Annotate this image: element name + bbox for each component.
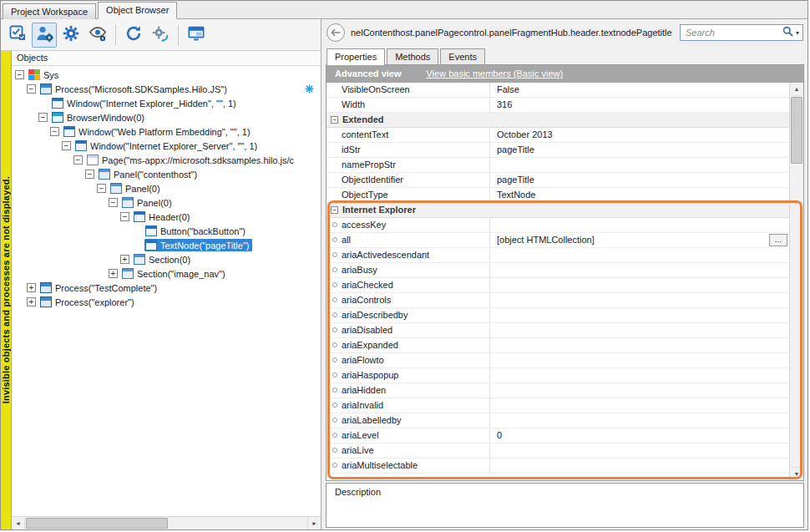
property-row[interactable]: ariaMultiselectable: [327, 459, 789, 474]
property-row[interactable]: ariaFlowto: [327, 353, 789, 368]
auto-refresh-button[interactable]: [148, 23, 173, 48]
property-row[interactable]: ariaExpanded: [327, 338, 789, 353]
back-button[interactable]: [327, 23, 345, 42]
property-row[interactable]: ariaLabelledby: [327, 413, 789, 428]
property-bullet-icon: [332, 433, 337, 438]
panel-icon: [122, 197, 134, 208]
scroll-right-arrow-icon[interactable]: ►: [307, 517, 321, 529]
toolbar: [1, 19, 321, 51]
vertical-scrollbar-thumb[interactable]: [791, 97, 802, 164]
property-row[interactable]: ariaHaspopup: [327, 368, 789, 383]
tree-item[interactable]: + Process("explorer"): [12, 295, 321, 309]
window-layout-button[interactable]: [184, 23, 209, 48]
tree-item[interactable]: + Process("TestComplete"): [12, 281, 321, 295]
tab-object-browser[interactable]: Object Browser: [98, 2, 177, 19]
tab-methods[interactable]: Methods: [387, 48, 438, 64]
left-pane: Invisible objects and processes are not …: [1, 19, 321, 529]
tree-item[interactable]: − Panel("contenthost"): [12, 167, 321, 181]
basic-view-link[interactable]: View basic members (Basic view): [426, 68, 563, 79]
settings-button[interactable]: [58, 23, 84, 48]
property-row[interactable]: VisibleOnScreen False: [327, 83, 789, 98]
property-value: 0: [497, 430, 502, 440]
property-bullet-icon: [332, 372, 337, 377]
page-icon: [87, 155, 99, 165]
scroll-up-arrow-icon[interactable]: ▲: [790, 83, 803, 96]
scroll-down-arrow-icon[interactable]: ▼: [790, 467, 803, 480]
tree-item[interactable]: − BrowserWindow(0): [12, 110, 321, 124]
property-row[interactable]: Width 316: [327, 98, 789, 113]
property-row[interactable]: ariaHidden: [327, 383, 789, 398]
tree-item[interactable]: − Header(0): [12, 210, 321, 224]
property-row[interactable]: namePropStr: [327, 158, 789, 173]
tree-item[interactable]: + Section("image_nav"): [12, 266, 321, 281]
property-row[interactable]: ariaDisabled: [327, 323, 789, 338]
ellipsis-button[interactable]: …: [769, 234, 787, 246]
expand-toggle[interactable]: +: [27, 283, 36, 292]
object-spy-button[interactable]: [32, 23, 57, 48]
horizontal-scrollbar[interactable]: ◄ ►: [12, 516, 321, 529]
property-name: ariaHidden: [342, 385, 386, 395]
tree-item[interactable]: − Page("ms-appx://microsoft.sdksamples.h…: [12, 153, 321, 167]
highlight-objects-button[interactable]: [5, 23, 30, 48]
property-row[interactable]: ObjectType TextNode: [327, 188, 789, 203]
group-collapse-toggle[interactable]: −: [331, 116, 338, 124]
property-row[interactable]: ariaLevel 0: [327, 428, 789, 443]
property-row[interactable]: accessKey: [327, 218, 789, 233]
tree-item[interactable]: Button("backButton"): [12, 224, 321, 238]
property-group-row[interactable]: − Internet Explorer: [327, 203, 789, 218]
property-row[interactable]: ariaLive: [327, 443, 789, 459]
tab-project-workspace[interactable]: Project Workspace: [3, 3, 96, 19]
property-row[interactable]: ariaInvalid: [327, 398, 789, 413]
tab-properties[interactable]: Properties: [327, 48, 385, 65]
expand-toggle[interactable]: −: [109, 198, 118, 207]
expand-toggle[interactable]: −: [27, 84, 36, 94]
expand-toggle[interactable]: −: [97, 184, 106, 193]
refresh-button[interactable]: [121, 23, 146, 48]
expand-toggle[interactable]: +: [120, 255, 129, 264]
expand-toggle[interactable]: −: [85, 170, 94, 179]
tree-item[interactable]: − Panel(0): [12, 181, 321, 195]
property-group-row[interactable]: − Extended: [327, 113, 789, 128]
vertical-scrollbar[interactable]: ▲ ▼: [789, 83, 803, 481]
tree-item[interactable]: Window("Internet Explorer_Hidden", "", 1…: [12, 96, 321, 110]
group-collapse-toggle[interactable]: −: [331, 206, 338, 214]
property-row[interactable]: ObjectIdentifier pageTitle: [327, 173, 789, 188]
expand-toggle[interactable]: −: [73, 155, 83, 165]
search-icon[interactable]: [782, 25, 793, 40]
tree-item[interactable]: TextNode("pageTitle"): [12, 238, 321, 252]
tree-item-label: Section(0): [149, 255, 190, 265]
view-options-button[interactable]: [85, 23, 110, 48]
property-row[interactable]: ariaActivedescendant: [327, 248, 789, 263]
expand-toggle[interactable]: −: [62, 141, 71, 150]
expand-toggle[interactable]: −: [15, 70, 24, 79]
expand-toggle[interactable]: +: [27, 297, 36, 307]
tree-item[interactable]: − Sys: [12, 68, 321, 82]
property-row[interactable]: ariaControls: [327, 293, 789, 308]
tree-item-label: Panel(0): [125, 184, 160, 194]
tab-events[interactable]: Events: [440, 48, 485, 64]
tree-item[interactable]: − Process("Microsoft.SDKSamples.Hilo.JS"…: [12, 82, 321, 96]
section-icon: [134, 254, 145, 265]
scroll-left-arrow-icon[interactable]: ◄: [12, 517, 25, 529]
property-bullet-icon: [332, 357, 337, 362]
property-row[interactable]: ariaDescribedby: [327, 308, 789, 323]
property-row[interactable]: contentText October 2013: [327, 128, 789, 143]
expand-toggle[interactable]: −: [38, 113, 48, 122]
properties-content: Advanced view View basic members (Basic …: [326, 64, 804, 482]
property-name: Width: [342, 99, 365, 109]
property-row[interactable]: idStr pageTitle: [327, 143, 789, 158]
search-input[interactable]: [686, 28, 780, 38]
tree-item[interactable]: − Panel(0): [12, 195, 321, 210]
horizontal-scrollbar-thumb[interactable]: [26, 518, 168, 529]
search-dropdown-chevron-icon[interactable]: ▾: [796, 29, 799, 37]
expand-toggle[interactable]: −: [120, 212, 129, 221]
property-row[interactable]: ariaBusy: [327, 263, 789, 278]
property-row[interactable]: ariaChecked: [327, 278, 789, 293]
tree-item[interactable]: − Window("Internet Explorer_Server", "",…: [12, 139, 321, 153]
tree-item-label: BrowserWindow(0): [67, 113, 144, 123]
expand-toggle[interactable]: +: [109, 269, 118, 278]
tree-item[interactable]: + Section(0): [12, 252, 321, 266]
tree-item[interactable]: − Window("Web Platform Embedding", "", 1…: [12, 124, 321, 139]
expand-toggle[interactable]: −: [50, 127, 59, 136]
property-row[interactable]: all [object HTMLCollection] …: [327, 233, 789, 248]
